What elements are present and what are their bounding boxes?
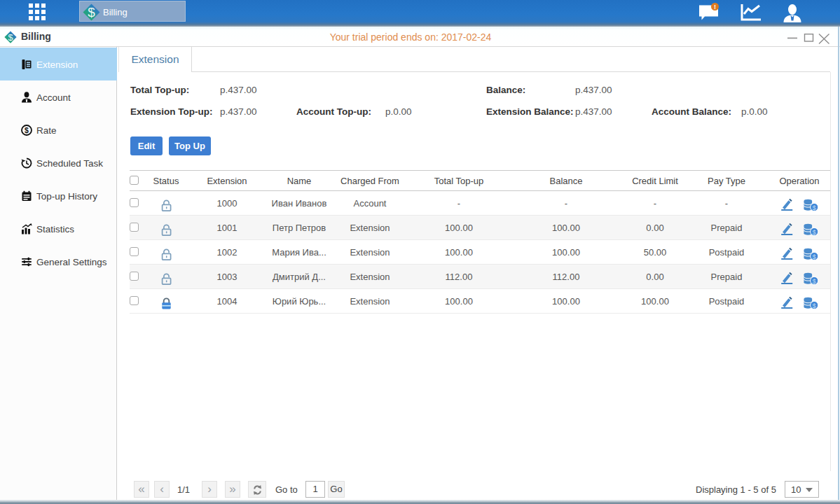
svg-text:$: $	[813, 277, 817, 285]
svg-text:$: $	[25, 126, 29, 134]
svg-text:$: $	[813, 302, 817, 309]
svg-text:$: $	[813, 204, 817, 211]
svg-text:$: $	[813, 253, 817, 260]
svg-text:$: $	[88, 5, 95, 20]
svg-text:$: $	[813, 228, 817, 236]
svg-text:!: !	[714, 4, 716, 10]
